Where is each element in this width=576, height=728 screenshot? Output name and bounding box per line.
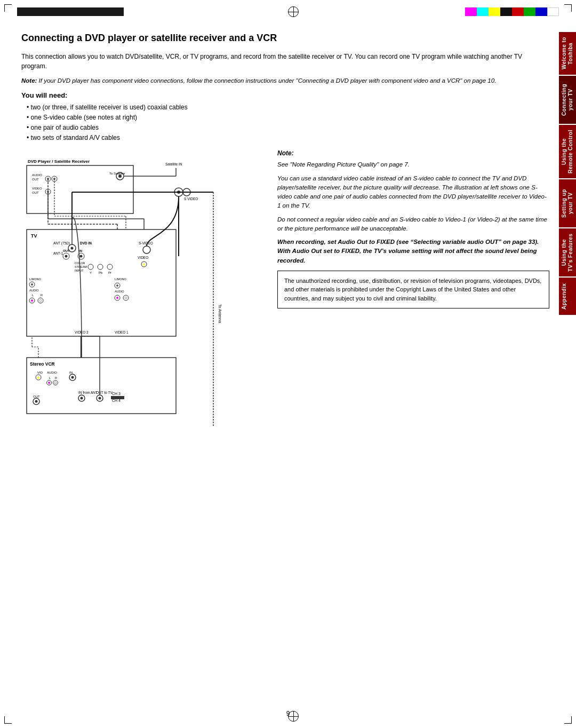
svg-text:AUDIO: AUDIO [32, 173, 42, 177]
svg-text:AUDIO: AUDIO [29, 289, 39, 292]
svg-point-36 [65, 255, 68, 258]
main-content: Connecting a DVD player or satellite rec… [21, 32, 549, 696]
svg-text:IN from ANT: IN from ANT [78, 391, 98, 394]
svg-text:L: L [49, 376, 51, 379]
svg-text:S VIDEO: S VIDEO [184, 197, 198, 201]
color-block-white [547, 7, 559, 16]
svg-point-54 [31, 299, 33, 302]
list-item-3: one pair of audio cables [27, 123, 549, 133]
svg-point-44 [98, 264, 103, 270]
svg-point-86 [37, 376, 39, 378]
sidebar-tab-features[interactable]: Using the TV's Features [559, 228, 576, 276]
svg-text:VID: VID [37, 371, 43, 374]
svg-point-63 [116, 297, 118, 299]
reg-circle-top [288, 6, 299, 17]
diagram-column: DVD Player / Satellite Receiver AUDIO OU… [21, 149, 267, 427]
svg-text:STREAM: STREAM [75, 265, 87, 268]
svg-text:Pr: Pr [108, 271, 111, 274]
note-italic-content: If your DVD player has component video c… [39, 77, 497, 84]
svg-point-105 [99, 397, 101, 400]
svg-text:OUT: OUT [63, 249, 70, 252]
note-italic-text: Note: If your DVD player has component v… [21, 76, 549, 85]
list-item-2: one S-video cable (see notes at right) [27, 113, 549, 123]
note-title: Note: [277, 149, 549, 157]
svg-text:IN: IN [69, 371, 73, 374]
note-bold-label: Note: [21, 77, 37, 84]
svg-point-57 [39, 299, 42, 302]
svg-point-102 [81, 397, 83, 400]
svg-text:INPUT: INPUT [75, 269, 84, 272]
color-bar [465, 7, 559, 16]
two-col-layout: DVD Player / Satellite Receiver AUDIO OU… [21, 149, 549, 427]
color-block-blue [535, 7, 547, 16]
notes-column: Note: See "Note Regarding Picture Qualit… [277, 149, 549, 427]
color-block-red [512, 7, 524, 16]
right-sidebar: Welcome to Toshiba Connecting your TV Us… [559, 32, 576, 315]
svg-text:R: R [41, 294, 43, 297]
svg-point-70 [143, 263, 145, 265]
svg-text:To Satellite: To Satellite [109, 172, 125, 175]
svg-point-90 [48, 382, 50, 384]
svg-text:L/MONO: L/MONO [29, 278, 41, 281]
svg-point-46 [107, 264, 113, 270]
sidebar-tab-using-remote[interactable]: Using the Remote Control [559, 125, 576, 178]
svg-text:IN: IN [79, 249, 82, 252]
svg-text:Y: Y [90, 271, 92, 274]
svg-point-96 [71, 376, 74, 379]
svg-text:Stereo VCR: Stereo VCR [30, 361, 55, 367]
sidebar-tab-connecting[interactable]: Connecting your TV [559, 76, 576, 124]
color-block-yellow [489, 7, 500, 16]
you-will-need-section: You will need: two (or three, if satelli… [21, 91, 549, 144]
corner-mark-br [564, 716, 572, 724]
svg-text:VIDEO 1: VIDEO 1 [115, 330, 129, 334]
svg-text:OUT: OUT [32, 178, 39, 181]
diagram-svg: DVD Player / Satellite Receiver AUDIO OU… [21, 149, 267, 427]
page-number: 9 [286, 710, 290, 717]
svg-text:ANT-1: ANT-1 [53, 251, 63, 255]
svg-point-27 [71, 247, 74, 250]
corner-mark-tl [4, 4, 12, 12]
intro-text: This connection allows you to watch DVD/… [21, 52, 549, 71]
list-item-1: two (or three, if satellite receiver is … [27, 102, 549, 113]
note-para-3: Do not connect a regular video cable and… [277, 215, 549, 234]
page-title: Connecting a DVD player or satellite rec… [21, 32, 549, 44]
svg-text:AUDIO: AUDIO [115, 290, 124, 293]
reg-mark-top [288, 6, 299, 17]
svg-text:CH 4: CH 4 [112, 399, 121, 402]
svg-point-50 [31, 283, 33, 286]
svg-text:Satellite IN: Satellite IN [165, 162, 182, 166]
warning-text: The unauthorized recording, use, distrib… [284, 276, 542, 303]
svg-text:To Antenna: To Antenna [218, 304, 222, 323]
svg-point-93 [54, 382, 57, 384]
sidebar-tab-setting[interactable]: Setting up your TV [559, 179, 576, 227]
svg-text:OUT: OUT [32, 191, 39, 194]
sidebar-tab-appendix[interactable]: Appendix [559, 278, 576, 315]
svg-point-65 [125, 297, 127, 299]
you-will-need-heading: You will need: [21, 91, 549, 99]
svg-text:AUDIO: AUDIO [47, 371, 57, 374]
sidebar-tab-welcome[interactable]: Welcome to Toshiba [559, 32, 576, 75]
svg-point-38 [80, 255, 83, 258]
svg-text:DVD Player / Satellite Receive: DVD Player / Satellite Receiver [28, 159, 90, 164]
you-will-need-list: two (or three, if satellite receiver is … [21, 102, 549, 144]
color-block-black [500, 7, 512, 16]
svg-text:CH 3: CH 3 [112, 392, 121, 395]
svg-rect-23 [27, 230, 176, 336]
note-para-2: You can use a standard video cable inste… [277, 174, 549, 211]
color-block-green [524, 7, 535, 16]
svg-text:ANT (75Ω): ANT (75Ω) [53, 241, 70, 246]
list-item-4: two sets of standard A/V cables [27, 133, 549, 143]
bold-italic-note: When recording, set Audio Out to FIXED (… [277, 238, 549, 265]
svg-text:OUT to TV: OUT to TV [96, 391, 113, 394]
black-bar-top [17, 7, 124, 16]
svg-text:S-VIDEO: S-VIDEO [139, 241, 153, 245]
svg-point-67 [143, 246, 150, 254]
svg-text:VIDEO: VIDEO [138, 256, 148, 259]
svg-text:Pb: Pb [99, 271, 103, 274]
svg-text:L/MONO: L/MONO [115, 278, 126, 281]
svg-text:OUT: OUT [33, 395, 40, 398]
svg-point-99 [35, 400, 38, 403]
svg-text:R: R [55, 376, 57, 379]
color-block-magenta [465, 7, 477, 16]
diagram-container: DVD Player / Satellite Receiver AUDIO OU… [21, 149, 267, 427]
